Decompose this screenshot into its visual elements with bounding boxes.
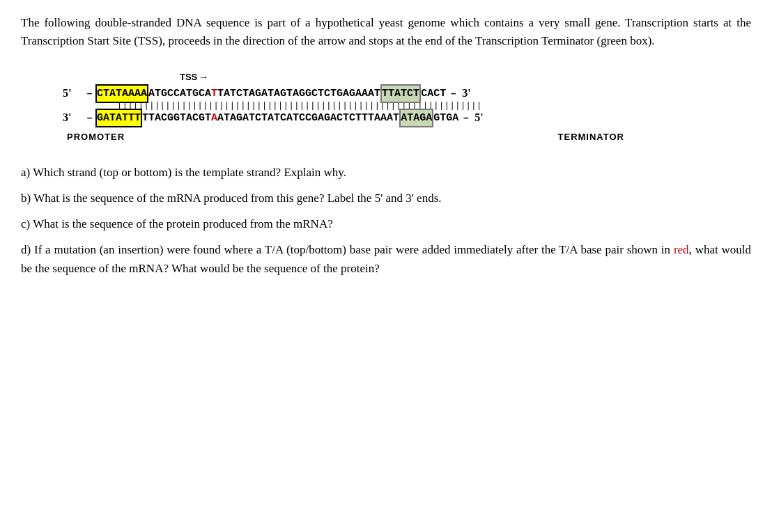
top-strand-3prime: 3' <box>462 86 483 101</box>
bottom-red-base: A <box>211 112 217 124</box>
promoter-label: PROMOTER <box>67 132 125 142</box>
terminator-highlight-bottom: ATAGA <box>399 109 433 127</box>
bottom-strand-5prime: 5' <box>474 110 495 125</box>
bottom-dash-right: – <box>463 111 469 125</box>
bottom-strand-3prime: 3' <box>63 110 84 125</box>
question-a: a) Which strand (top or bottom) is the t… <box>21 163 751 182</box>
question-a-text: Which strand (top or bottom) is the temp… <box>33 166 346 179</box>
tss-label: TSS <box>180 72 197 82</box>
terminator-highlight-top: TTATCT <box>380 84 421 103</box>
top-strand-5prime: 5' <box>63 86 84 101</box>
top-strand-row: 5' – CTATAAAAATGCCATGCATTATCTAGATAGTAGGC… <box>63 84 483 103</box>
promoter-highlight-bottom: GATATTT <box>95 109 142 127</box>
bottom-dash-left: – <box>86 111 93 125</box>
terminator-label: TERMINATOR <box>558 132 624 142</box>
bottom-strand-after-promo: TTACGGTACGTAATAGATCTATCATCCGAGACTCTTTAAA… <box>142 111 399 125</box>
question-b-text: What is the sequence of the mRNA produce… <box>33 191 441 205</box>
tss-label-row: TSS → <box>180 72 208 83</box>
tss-arrow: → <box>199 72 208 83</box>
question-b-letter: b) <box>21 191 31 205</box>
bottom-strand-end: GTGA <box>433 111 458 125</box>
top-strand-middle: ATGCCATGCATTATCTAGATAGTAGGCTCTGAGAAAT <box>148 86 380 101</box>
question-c-letter: c) <box>21 217 30 230</box>
region-labels: PROMOTER TERMINATOR <box>67 132 666 142</box>
question-d-text-before: If a mutation (an insertion) were found … <box>34 243 674 256</box>
promoter-highlight-top: CTATAAAA <box>95 84 148 103</box>
top-strand-end: CACT <box>421 86 446 101</box>
question-d: d) If a mutation (an insertion) were fou… <box>21 240 751 278</box>
intro-paragraph: The following double-stranded DNA sequen… <box>21 14 751 51</box>
questions-area: a) Which strand (top or bottom) is the t… <box>21 163 751 279</box>
bottom-strand-row: 3' – GATATTTTTACGGTACGTAATAGATCTATCATCCG… <box>63 109 495 127</box>
top-dash-left: – <box>86 86 93 101</box>
question-c-text: What is the sequence of the protein prod… <box>33 217 333 230</box>
question-d-red-word: red <box>674 243 689 256</box>
top-red-base: T <box>211 88 217 100</box>
question-d-letter: d) <box>21 243 31 256</box>
top-dash-right: – <box>450 86 456 101</box>
question-a-letter: a) <box>21 166 30 179</box>
question-c: c) What is the sequence of the protein p… <box>21 214 751 233</box>
question-b: b) What is the sequence of the mRNA prod… <box>21 189 751 208</box>
dna-diagram: TSS → 5' – CTATAAAAATGCCATGCATTATCTAGATA… <box>21 72 751 142</box>
